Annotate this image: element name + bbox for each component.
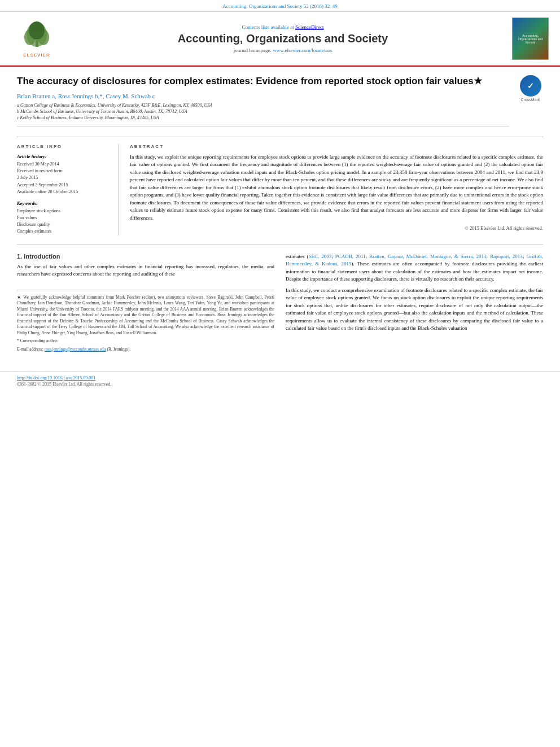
right-column: ABSTRACT In this study, we exploit the u…	[130, 144, 543, 235]
article-title: The accuracy of disclosures for complex …	[17, 75, 509, 88]
footnote-section: ★ We gratefully acknowledge helpful comm…	[17, 290, 274, 353]
journal-center-info: Contents lists available at ScienceDirec…	[62, 24, 504, 53]
intro-right-para2: In this study, we conduct a comprehensiv…	[286, 287, 543, 333]
keywords-section: Keywords: Employee stock options Fair va…	[17, 200, 110, 235]
intro-right-para1: estimates (SEC, 2003; PCAOB, 2011; Bratt…	[286, 253, 543, 283]
homepage-link[interactable]: www.elsevier.com/locate/aos	[273, 47, 332, 53]
intro-right-text: estimates (SEC, 2003; PCAOB, 2011; Bratt…	[286, 253, 543, 333]
sciencedirect-anchor[interactable]: ScienceDirect	[295, 24, 323, 30]
elsevier-wordmark: ELSEVIER	[23, 53, 50, 58]
journal-header: ELSEVIER Contents lists available at Sci…	[0, 12, 560, 67]
article-info-abstract: ARTICLE INFO Article history: Received 3…	[17, 144, 543, 235]
introduction-heading: 1. Introduction	[17, 253, 274, 260]
journal-homepage: journal homepage: www.elsevier.com/locat…	[62, 47, 504, 53]
issn-line: 0361-3682/© 2015 Elsevier Ltd. All right…	[17, 382, 543, 387]
affiliations-block: a Gatton College of Business & Economics…	[17, 103, 509, 126]
abstract-header: ABSTRACT	[130, 144, 543, 149]
abstract-text: In this study, we exploit the unique rep…	[130, 154, 543, 222]
history-revised-date: 2 July 2015	[17, 174, 110, 181]
sciencedirect-link: Contents lists available at ScienceDirec…	[62, 24, 504, 30]
keyword-2: Fair values	[17, 215, 110, 221]
section-divider	[17, 244, 543, 244]
body-section: 1. Introduction As the use of fair value…	[17, 253, 543, 355]
authors-line: Brian Bratten a, Ross Jennings b,*, Case…	[17, 93, 509, 99]
keywords-label: Keywords:	[17, 200, 110, 206]
keyword-3: Disclosure quality	[17, 221, 110, 228]
crossmark-label: CrossMark	[521, 98, 540, 102]
article-title-section: The accuracy of disclosures for complex …	[17, 75, 543, 137]
elsevier-tree-icon	[21, 20, 53, 51]
journal-citation: Accounting, Organizations and Society 52…	[222, 3, 338, 9]
doi-link[interactable]: http://dx.doi.org/10.1016/j.aos.2015.09.…	[17, 375, 543, 381]
body-right: estimates (SEC, 2003; PCAOB, 2011; Bratt…	[286, 253, 543, 355]
intro-left-text: As the use of fair values and other comp…	[17, 263, 274, 278]
copyright: © 2015 Elsevier Ltd. All rights reserved…	[130, 225, 543, 231]
top-bar: Accounting, Organizations and Society 52…	[0, 0, 560, 12]
keyword-4: Complex estimates	[17, 228, 110, 234]
article-history: Article history: Received 30 May 2014 Re…	[17, 154, 110, 195]
journal-cover: Accounting, Organizations and Society	[504, 18, 549, 60]
history-accepted: Accepted 2 September 2015	[17, 182, 110, 188]
cite-pcaob2011[interactable]: PCAOB, 2011	[335, 254, 366, 259]
abstract-paragraph: In this study, we exploit the unique rep…	[130, 154, 543, 222]
crossmark-badge: ✓ CrossMark	[518, 75, 543, 102]
svg-point-4	[29, 21, 45, 40]
elsevier-logo: ELSEVIER	[11, 20, 62, 58]
history-revised-label: Received in revised form	[17, 168, 110, 174]
footnote-acknowledgment: ★ We gratefully acknowledge helpful comm…	[17, 295, 274, 353]
affiliation-a: a Gatton College of Business & Economics…	[17, 103, 509, 108]
main-content: The accuracy of disclosures for complex …	[0, 67, 560, 363]
footnote-email-link[interactable]: ross.jennings@mccombs.utexas.edu	[45, 347, 106, 352]
left-column: ARTICLE INFO Article history: Received 3…	[17, 144, 119, 235]
history-received: Received 30 May 2014	[17, 161, 110, 167]
footnote-corresponding: * Corresponding author.	[17, 338, 274, 344]
footnote-email: E-mail address: ross.jennings@mccombs.ut…	[17, 347, 274, 353]
bottom-bar: http://dx.doi.org/10.1016/j.aos.2015.09.…	[0, 372, 560, 390]
crossmark-icon: ✓	[520, 75, 541, 97]
cite-rapoport2013[interactable]: Rapoport, 2013	[490, 254, 523, 259]
cover-thumbnail: Accounting, Organizations and Society	[512, 18, 549, 60]
affiliation-b: b McCombs School of Business, University…	[17, 109, 509, 114]
cite-sec2003[interactable]: SEC, 2003	[309, 254, 332, 259]
keyword-1: Employee stock options	[17, 208, 110, 214]
history-online: Available online 20 October 2015	[17, 189, 110, 195]
history-label: Article history:	[17, 154, 110, 159]
journal-title: Accounting, Organizations and Society	[62, 32, 504, 45]
body-left: 1. Introduction As the use of fair value…	[17, 253, 274, 355]
affiliation-c: c Kelley School of Business, Indiana Uni…	[17, 115, 509, 120]
article-title-container: The accuracy of disclosures for complex …	[17, 75, 509, 131]
article-info-header: ARTICLE INFO	[17, 144, 110, 149]
cite-bratten2013[interactable]: Bratten, Gaynor, McDaniel, Montague, & S…	[369, 254, 486, 259]
